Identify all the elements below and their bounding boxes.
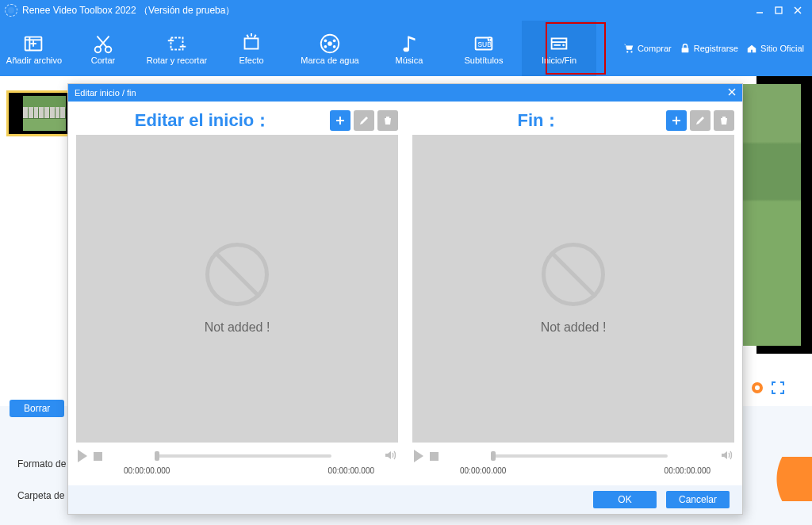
main-toolbar: Añadir archivo Cortar Rotar y recortar E… xyxy=(0,21,812,76)
svg-rect-29 xyxy=(552,38,567,48)
start-video-slot: Not added ! xyxy=(76,135,398,443)
effect-icon xyxy=(239,32,263,56)
svg-point-32 xyxy=(562,44,565,46)
close-button[interactable] xyxy=(788,2,807,18)
svg-point-34 xyxy=(630,51,632,52)
cut-icon xyxy=(91,32,115,56)
home-icon xyxy=(746,43,757,54)
tool-label: Cortar xyxy=(91,56,116,65)
tool-label: Marca de agua xyxy=(301,56,358,65)
svg-point-22 xyxy=(333,45,336,48)
end-time-end: 00:00:00.000 xyxy=(665,466,710,475)
start-add-button[interactable] xyxy=(330,110,350,131)
not-added-label: Not added ! xyxy=(541,320,607,335)
plus-icon xyxy=(671,115,682,126)
end-video-slot: Not added ! xyxy=(412,135,734,443)
trash-icon xyxy=(382,115,393,126)
tool-music[interactable]: Música xyxy=(373,21,446,76)
end-stop-button[interactable] xyxy=(430,452,439,461)
timeline-playhead[interactable] xyxy=(752,382,763,393)
tool-label: Música xyxy=(396,56,423,65)
buy-label: Comprar xyxy=(638,44,672,53)
start-pane-title: Editar el inicio： xyxy=(76,109,330,132)
tool-effect[interactable]: Efecto xyxy=(216,21,287,76)
dialog-footer: OK Cancelar xyxy=(68,485,742,514)
timeline-controls xyxy=(752,381,807,395)
buy-button[interactable]: Comprar xyxy=(623,43,672,54)
end-player-controls xyxy=(412,443,734,469)
svg-point-33 xyxy=(626,51,628,52)
end-add-button[interactable] xyxy=(666,110,687,131)
delete-button[interactable]: Borrar xyxy=(10,400,64,417)
start-button-partial[interactable] xyxy=(749,457,812,501)
end-seek-slider[interactable] xyxy=(491,454,668,458)
site-label: Sitio Oficial xyxy=(760,44,804,53)
svg-point-19 xyxy=(324,39,327,42)
register-button[interactable]: Registrarse xyxy=(680,43,738,54)
output-format-label: Formato de xyxy=(17,458,66,469)
end-volume-button[interactable] xyxy=(720,449,733,463)
start-seek-slider[interactable] xyxy=(155,454,331,458)
add-file-icon xyxy=(22,32,46,56)
end-edit-button[interactable] xyxy=(690,110,710,131)
maximize-button[interactable] xyxy=(769,2,788,18)
end-time-begin: 00:00:00.000 xyxy=(460,466,506,475)
minimize-button[interactable] xyxy=(750,2,769,18)
svg-rect-16 xyxy=(245,38,259,48)
output-folder-label: Carpeta de xyxy=(17,490,64,501)
tool-label: Añadir archivo xyxy=(6,56,62,65)
start-delete-button[interactable] xyxy=(377,110,398,131)
svg-point-20 xyxy=(333,39,336,42)
end-play-button[interactable] xyxy=(414,450,423,462)
svg-point-21 xyxy=(324,45,327,48)
register-label: Registrarse xyxy=(694,44,738,53)
start-edit-button[interactable] xyxy=(354,110,374,131)
subtitles-icon: SUB T xyxy=(472,32,496,56)
tool-rotate-crop[interactable]: Rotar y recortar xyxy=(138,21,216,76)
tool-subtitles[interactable]: SUB T Subtítulos xyxy=(446,21,522,76)
app-logo-icon xyxy=(5,4,17,17)
rotate-crop-icon xyxy=(165,32,189,56)
ok-button[interactable]: OK xyxy=(593,491,657,508)
app-title: Renee Video Toolbox 2022 （Versión de pru… xyxy=(22,4,235,17)
tool-watermark[interactable]: Marca de agua xyxy=(287,21,373,76)
official-site-button[interactable]: Sitio Oficial xyxy=(746,43,804,54)
tool-label: Rotar y recortar xyxy=(147,56,207,65)
not-added-icon xyxy=(542,243,605,306)
start-time-begin: 00:00:00.000 xyxy=(124,466,170,475)
not-added-icon xyxy=(205,243,269,306)
end-timecodes: 00:00:00.000 00:00:00.000 xyxy=(412,466,734,478)
tool-label: Inicio/Fin xyxy=(542,56,576,65)
tool-cut[interactable]: Cortar xyxy=(68,21,138,76)
start-player-controls xyxy=(76,443,398,469)
start-volume-button[interactable] xyxy=(384,449,396,463)
dialog-close-button[interactable] xyxy=(728,88,736,98)
svg-rect-13 xyxy=(171,38,183,50)
tool-label: Efecto xyxy=(239,56,263,65)
toolbar-right: Comprar Registrarse Sitio Oficial xyxy=(596,21,812,76)
fullscreen-icon[interactable] xyxy=(771,381,785,395)
svg-rect-1 xyxy=(776,7,782,13)
start-stop-button[interactable] xyxy=(94,452,102,461)
svg-point-18 xyxy=(327,41,332,46)
svg-line-12 xyxy=(98,36,107,48)
start-time-end: 00:00:00.000 xyxy=(328,466,374,475)
plus-icon xyxy=(335,115,346,126)
pencil-icon xyxy=(358,115,370,126)
svg-line-11 xyxy=(99,36,109,48)
tool-add-file[interactable]: Añadir archivo xyxy=(0,21,68,76)
start-play-button[interactable] xyxy=(78,450,87,462)
cancel-button[interactable]: Cancelar xyxy=(666,491,730,508)
start-timecodes: 00:00:00.000 00:00:00.000 xyxy=(76,466,398,478)
end-delete-button[interactable] xyxy=(714,110,734,131)
clip-thumbnail[interactable] xyxy=(6,90,71,136)
edit-start-end-dialog: Editar inicio / fin Editar el inicio： xyxy=(67,83,743,515)
start-pane: Editar el inicio： Not added ! xyxy=(76,106,398,478)
end-pane: Fin： Not added ! xyxy=(412,106,734,478)
lock-icon xyxy=(680,43,691,54)
cart-icon xyxy=(623,43,634,54)
svg-text:T: T xyxy=(488,37,492,42)
tool-start-end[interactable]: Inicio/Fin xyxy=(522,21,596,76)
svg-rect-35 xyxy=(681,48,688,52)
preview-panel xyxy=(756,76,812,354)
